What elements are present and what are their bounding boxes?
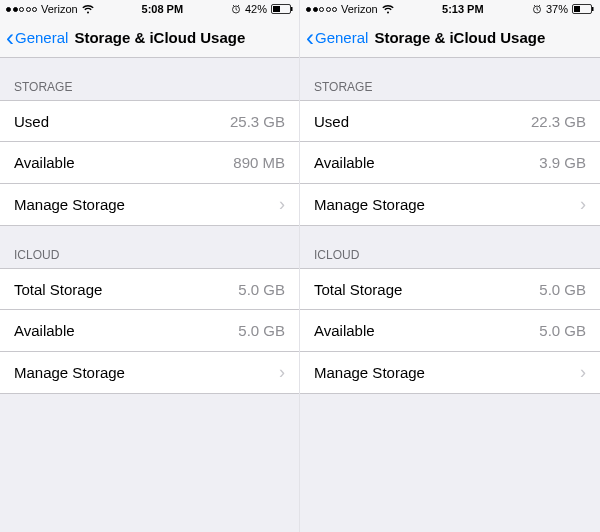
back-button[interactable]: General (315, 29, 368, 46)
svg-rect-3 (291, 7, 293, 11)
signal-dots-icon (306, 7, 337, 12)
icloud-section-header: ICLOUD (0, 226, 299, 268)
total-storage-label: Total Storage (14, 281, 102, 298)
wifi-icon (82, 5, 94, 14)
carrier-label: Verizon (41, 3, 78, 15)
icloud-available-value: 5.0 GB (238, 322, 285, 339)
alarm-icon (532, 4, 542, 14)
storage-section-header: STORAGE (300, 58, 600, 100)
manage-icloud-row[interactable]: Manage Storage › (0, 352, 299, 394)
status-bar: Verizon 5:13 PM 37% (300, 0, 600, 18)
carrier-label: Verizon (341, 3, 378, 15)
page-title: Storage & iCloud Usage (74, 29, 245, 46)
available-label: Available (14, 154, 75, 171)
phone-screen-right: Verizon 5:13 PM 37% ‹ General Storage & … (300, 0, 600, 532)
phone-screen-left: Verizon 5:08 PM 42% ‹ General Storage & … (0, 0, 300, 532)
svg-rect-7 (592, 7, 594, 11)
used-value: 25.3 GB (230, 113, 285, 130)
svg-rect-2 (273, 6, 280, 12)
status-time: 5:08 PM (142, 3, 184, 15)
alarm-icon (231, 4, 241, 14)
chevron-right-icon: › (279, 194, 285, 215)
storage-used-row: Used 25.3 GB (0, 100, 299, 142)
battery-percent: 37% (546, 3, 568, 15)
available-label: Available (314, 154, 375, 171)
back-button[interactable]: General (15, 29, 68, 46)
icloud-total-row: Total Storage 5.0 GB (300, 268, 600, 310)
icloud-total-row: Total Storage 5.0 GB (0, 268, 299, 310)
signal-dots-icon (6, 7, 37, 12)
battery-icon (271, 4, 293, 14)
storage-section-header: STORAGE (0, 58, 299, 100)
wifi-icon (382, 5, 394, 14)
nav-bar: ‹ General Storage & iCloud Usage (0, 18, 299, 58)
icloud-available-label: Available (314, 322, 375, 339)
back-chevron-icon[interactable]: ‹ (306, 26, 314, 50)
storage-available-row: Available 890 MB (0, 142, 299, 184)
chevron-right-icon: › (580, 362, 586, 383)
icloud-available-value: 5.0 GB (539, 322, 586, 339)
manage-icloud-label: Manage Storage (14, 364, 125, 381)
nav-bar: ‹ General Storage & iCloud Usage (300, 18, 600, 58)
page-title: Storage & iCloud Usage (374, 29, 545, 46)
chevron-right-icon: › (279, 362, 285, 383)
manage-storage-row[interactable]: Manage Storage › (300, 184, 600, 226)
back-chevron-icon[interactable]: ‹ (6, 26, 14, 50)
storage-available-row: Available 3.9 GB (300, 142, 600, 184)
manage-storage-label: Manage Storage (314, 196, 425, 213)
icloud-available-row: Available 5.0 GB (0, 310, 299, 352)
svg-rect-6 (574, 6, 580, 12)
manage-storage-row[interactable]: Manage Storage › (0, 184, 299, 226)
storage-used-row: Used 22.3 GB (300, 100, 600, 142)
used-label: Used (314, 113, 349, 130)
total-storage-label: Total Storage (314, 281, 402, 298)
available-value: 890 MB (233, 154, 285, 171)
chevron-right-icon: › (580, 194, 586, 215)
manage-icloud-row[interactable]: Manage Storage › (300, 352, 600, 394)
icloud-section-header: ICLOUD (300, 226, 600, 268)
total-storage-value: 5.0 GB (238, 281, 285, 298)
status-bar: Verizon 5:08 PM 42% (0, 0, 299, 18)
icloud-available-row: Available 5.0 GB (300, 310, 600, 352)
used-label: Used (14, 113, 49, 130)
manage-icloud-label: Manage Storage (314, 364, 425, 381)
status-time: 5:13 PM (442, 3, 484, 15)
battery-icon (572, 4, 594, 14)
total-storage-value: 5.0 GB (539, 281, 586, 298)
manage-storage-label: Manage Storage (14, 196, 125, 213)
battery-percent: 42% (245, 3, 267, 15)
available-value: 3.9 GB (539, 154, 586, 171)
icloud-available-label: Available (14, 322, 75, 339)
used-value: 22.3 GB (531, 113, 586, 130)
